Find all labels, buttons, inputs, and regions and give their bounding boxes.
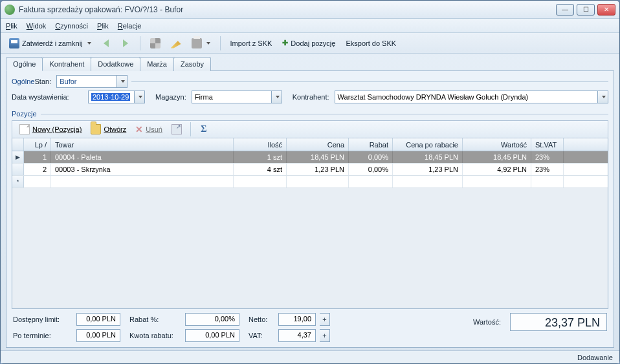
external-icon (172, 124, 182, 134)
vat-value: 4,37 (278, 329, 316, 342)
kwota-label: Kwota rabatu: (129, 332, 181, 339)
chevron-down-icon (276, 96, 280, 98)
rabatp-input[interactable]: 0,00% (185, 313, 239, 326)
netto-value: 19,00 (278, 313, 316, 326)
row-marker-icon (12, 164, 24, 175)
col-cena[interactable]: Cena (287, 138, 349, 151)
data-label: Data wystawienia: (12, 93, 83, 101)
status-text: Dodawanie (577, 354, 613, 361)
tabstrip: Ogólne Kontrahent Dodatkowe Marża Zasoby (6, 56, 614, 71)
chevron-down-icon (206, 42, 210, 45)
open-icon (91, 124, 101, 134)
table-row[interactable]: ▶ 1 00004 - Paleta 1 szt 18,45 PLN 0,00%… (12, 151, 608, 164)
tab-dodatkowe[interactable]: Dodatkowe (91, 57, 140, 71)
grid-body[interactable]: ▶ 1 00004 - Paleta 1 szt 18,45 PLN 0,00%… (12, 151, 608, 308)
menubar: Plik Widok Czynności Plik Relacje (1, 19, 619, 33)
tab-ogolne[interactable]: Ogólne (6, 57, 43, 71)
pozycje-grid: Lp / Towar Ilość Cena Rabat Cena po raba… (12, 138, 608, 309)
vat-label: VAT: (249, 332, 274, 339)
menu-plik[interactable]: Plik (6, 22, 17, 30)
col-rabat[interactable]: Rabat (349, 138, 393, 151)
poterminie-value: 0,00 PLN (76, 329, 120, 342)
statusbar: Dodawanie (1, 350, 619, 363)
save-close-button[interactable]: Zatwierdź i zamknij (6, 36, 94, 51)
dodaj-pozycje-button[interactable]: ✚Dodaj pozycję (279, 36, 338, 51)
titlebar: Faktura sprzedaży opakowań: FVO/?/13 - B… (1, 1, 619, 19)
save-icon (9, 38, 19, 48)
row-marker-icon: ▶ (12, 151, 24, 163)
external-button[interactable] (168, 122, 185, 137)
summary-area: Dostępny limit: 0,00 PLN Po terminie: 0,… (12, 309, 608, 343)
kontrahent-select[interactable]: Warsztat Samochodowy DRYNDA Wiesław Golu… (335, 91, 608, 103)
otworz-button[interactable]: Otwórz (87, 122, 129, 137)
delete-icon: ✕ (135, 124, 143, 134)
stan-label: Stan: (34, 78, 51, 85)
table-row-new[interactable]: * (12, 176, 608, 188)
edit-button[interactable] (168, 36, 184, 51)
section-ogolne: Ogólne Stan: Bufor (12, 75, 608, 88)
col-lp[interactable]: Lp / (24, 138, 51, 151)
data-wystawienia-input[interactable]: 2013-10-29 (88, 91, 145, 103)
print-button[interactable] (188, 36, 214, 51)
table-row[interactable]: 2 00003 - Skrzynka 4 szt 1,23 PLN 0,00% … (12, 164, 608, 176)
magazyn-select[interactable]: Firma (192, 91, 282, 103)
kwota-input[interactable]: 0,00 PLN (185, 329, 239, 342)
row-marker-icon: * (12, 176, 24, 187)
sum-button[interactable]: Σ (196, 122, 212, 137)
plus-icon: ✚ (282, 39, 288, 47)
vat-expand-button[interactable]: + (320, 329, 330, 342)
tab-marza[interactable]: Marża (140, 57, 174, 71)
tools-icon (150, 38, 161, 48)
stan-select[interactable]: Bufor (56, 75, 127, 88)
toolbar: Zatwierdź i zamknij Import z SKK ✚Dodaj … (1, 33, 619, 54)
col-ilosc[interactable]: Ilość (234, 138, 287, 151)
rabatp-label: Rabat %: (129, 316, 181, 323)
tools-button[interactable] (147, 36, 164, 51)
col-wartosc[interactable]: Wartość (463, 138, 531, 151)
nav-fwd-button[interactable] (118, 36, 133, 51)
import-skk-button[interactable]: Import z SKK (227, 36, 276, 51)
chevron-down-icon (602, 96, 606, 98)
wartosc-total: 23,37 PLN (510, 313, 607, 331)
print-icon (192, 38, 202, 48)
netto-expand-button[interactable]: + (320, 313, 330, 326)
chevron-down-icon (121, 80, 125, 83)
maximize-button[interactable]: ☐ (577, 4, 595, 16)
app-icon (5, 5, 15, 15)
separator (140, 36, 140, 50)
col-marker[interactable] (12, 138, 24, 151)
nowy-pozycja-button[interactable]: Nowy (Pozycja) (16, 122, 85, 137)
close-button[interactable]: ✕ (597, 4, 615, 16)
dostepny-label: Dostępny limit: (13, 316, 72, 323)
grid-header: Lp / Towar Ilość Cena Rabat Cena po raba… (12, 138, 608, 151)
menu-widok[interactable]: Widok (27, 22, 47, 30)
col-cenarab[interactable]: Cena po rabacie (393, 138, 463, 151)
separator (190, 122, 191, 136)
app-window: Faktura sprzedaży opakowań: FVO/?/13 - B… (0, 0, 620, 364)
content-area: Ogólne Kontrahent Dodatkowe Marża Zasoby… (1, 54, 619, 350)
col-towar[interactable]: Towar (51, 138, 234, 151)
menu-czynnosci[interactable]: Czynności (55, 22, 88, 30)
panel-ogolne: Ogólne Stan: Bufor Data wystawienia: 201… (6, 71, 614, 348)
separator (220, 36, 221, 50)
tab-kontrahent[interactable]: Kontrahent (42, 57, 91, 71)
col-vat[interactable]: St.VAT (531, 138, 564, 151)
chevron-down-icon (87, 42, 91, 45)
section-pozycje: Pozycje (12, 110, 608, 118)
wartosc-label: Wartość: (473, 318, 501, 326)
tab-zasoby[interactable]: Zasoby (173, 57, 211, 71)
poterminie-label: Po terminie: (13, 332, 72, 339)
magazyn-label: Magazyn: (155, 93, 186, 101)
new-icon (19, 124, 30, 134)
eksport-skk-button[interactable]: Eksport do SKK (342, 36, 399, 51)
usun-button[interactable]: ✕ Usuń (132, 122, 166, 137)
nav-back-button[interactable] (98, 36, 114, 51)
arrow-right-icon (123, 39, 128, 47)
minimize-button[interactable]: — (556, 4, 574, 16)
kontrahent-label: Kontrahent: (293, 93, 329, 101)
menu-relacje[interactable]: Relacje (118, 22, 142, 30)
menu-plik2[interactable]: Plik (97, 22, 109, 30)
arrow-left-icon (104, 39, 109, 47)
edit-icon (171, 38, 181, 48)
sigma-icon: Σ (201, 124, 206, 134)
